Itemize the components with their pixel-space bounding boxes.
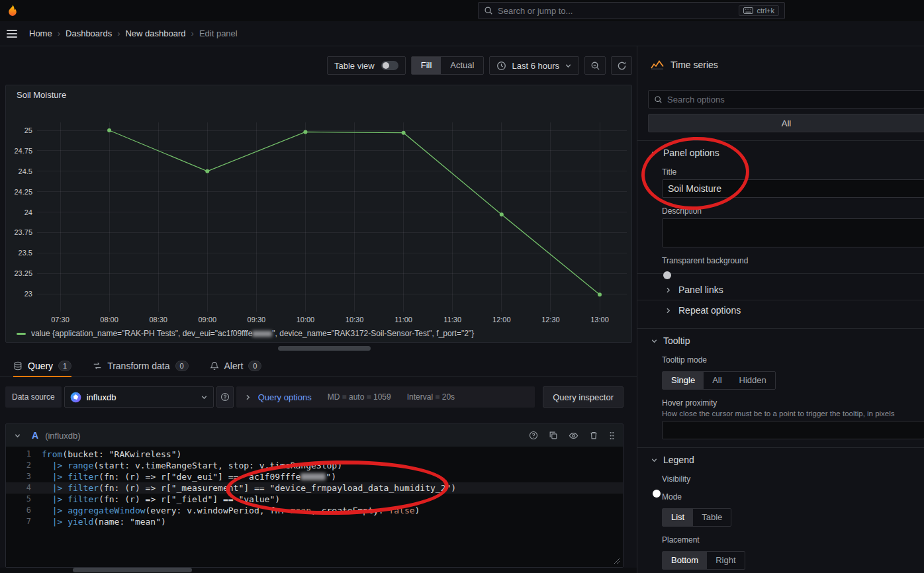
legend-text: value {application_name="RAK-PH Tests", … xyxy=(31,329,474,338)
line-number: 3 xyxy=(6,471,42,482)
delete-query-trash-icon[interactable] xyxy=(589,431,598,440)
legend-mode-list[interactable]: List xyxy=(663,509,693,526)
drag-handle-grip-icon[interactable] xyxy=(609,431,615,441)
tab-query-label: Query xyxy=(28,361,53,371)
breadcrumb-home[interactable]: Home xyxy=(29,28,52,38)
chevron-right-icon xyxy=(665,286,672,294)
query-options-toggle[interactable]: Query options MD = auto = 1059 Interval … xyxy=(236,386,535,408)
legend-placement-label: Placement xyxy=(662,535,924,545)
options-search-input[interactable] xyxy=(667,95,919,105)
legend-section-header[interactable]: Legend xyxy=(648,454,924,466)
top-bar: ctrl+k xyxy=(0,0,924,21)
code-line[interactable]: 1from(bucket: "RAKwireless") xyxy=(6,449,623,460)
chart-panel: Soil Moisture 2524.7524.524.252423.7523.… xyxy=(5,85,632,343)
options-filter-all-button[interactable]: All xyxy=(648,114,924,132)
options-search-box[interactable] xyxy=(648,90,924,109)
repeat-options-label: Repeat options xyxy=(678,305,741,316)
breadcrumb-edit-panel: Edit panel xyxy=(199,28,238,38)
shortcut-text: ctrl+k xyxy=(757,7,774,15)
breadcrumb-new-dashboard[interactable]: New dashboard xyxy=(125,28,185,38)
visualization-picker[interactable]: Time series xyxy=(648,56,924,74)
query-inspector-button[interactable]: Query inspector xyxy=(543,386,624,408)
code-line[interactable]: 7 |> yield(name: "mean") xyxy=(6,516,623,527)
tab-transform-count: 0 xyxy=(175,361,189,371)
breadcrumb-dashboards[interactable]: Dashboards xyxy=(66,28,112,38)
panel-toolbar: Table view Fill Actual Last 6 hours xyxy=(0,56,637,75)
datasource-label: Data source xyxy=(5,386,62,408)
query-editor: A (influxdb) 1from( xyxy=(5,423,624,568)
tab-alert-label: Alert xyxy=(224,361,244,371)
legend-placement-bottom[interactable]: Bottom xyxy=(663,552,707,569)
code-text: |> filter(fn: (r) => r["_field"] == "val… xyxy=(42,494,280,505)
query-help-icon[interactable] xyxy=(529,431,538,440)
flux-code-editor[interactable]: 1from(bucket: "RAKwireless")2 |> range(s… xyxy=(6,447,623,567)
resize-handle[interactable] xyxy=(614,558,620,564)
code-line[interactable]: 4 |> filter(fn: (r) => r["_measurement"]… xyxy=(6,482,623,494)
panel-links-section-header[interactable]: Panel links xyxy=(665,280,924,300)
redacted-text xyxy=(252,331,272,337)
toggle-visibility-eye-icon[interactable] xyxy=(569,431,578,441)
code-line[interactable]: 5 |> filter(fn: (r) => r["_field"] == "v… xyxy=(6,494,623,505)
tooltip-mode-all[interactable]: All xyxy=(704,372,730,389)
svg-text:08:00: 08:00 xyxy=(100,316,118,324)
legend-mode-table[interactable]: Table xyxy=(693,509,731,526)
tooltip-mode-hidden[interactable]: Hidden xyxy=(731,372,775,389)
query-options-label: Query options xyxy=(258,392,312,402)
panel-description-textarea[interactable] xyxy=(662,218,924,247)
transparent-background-label: Transparent background xyxy=(662,256,924,265)
svg-text:24.5: 24.5 xyxy=(19,167,32,175)
code-line[interactable]: 2 |> range(start: v.timeRangeStart, stop… xyxy=(6,460,623,471)
table-view-label: Table view xyxy=(334,61,375,71)
chart-legend[interactable]: value {application_name="RAK-PH Tests", … xyxy=(17,329,474,338)
time-range-picker[interactable]: Last 6 hours xyxy=(489,56,579,75)
fill-actual-group: Fill Actual xyxy=(411,56,485,75)
panel-title-input[interactable] xyxy=(662,179,924,198)
code-text: |> filter(fn: (r) => r["dev_eui"] == "ac… xyxy=(42,471,336,482)
repeat-options-section-header[interactable]: Repeat options xyxy=(665,300,924,320)
hover-proximity-input[interactable] xyxy=(662,421,924,439)
query-toolbar: Data source influxdb Query options MD = … xyxy=(5,386,624,408)
duplicate-query-icon[interactable] xyxy=(549,431,558,440)
global-search-input[interactable] xyxy=(498,6,734,16)
grafana-logo-icon[interactable] xyxy=(5,3,20,18)
svg-text:23.5: 23.5 xyxy=(19,249,32,257)
svg-text:07:30: 07:30 xyxy=(51,316,69,324)
menu-toggle-icon[interactable] xyxy=(5,26,21,42)
datasource-value: influxdb xyxy=(87,392,116,402)
chevron-down-icon xyxy=(565,62,572,69)
time-series-chart[interactable]: 2524.7524.524.252423.7523.523.252307:300… xyxy=(6,85,631,342)
datasource-help-button[interactable] xyxy=(216,386,234,408)
fill-button[interactable]: Fill xyxy=(412,57,441,74)
zoom-out-button[interactable] xyxy=(584,56,606,75)
visualization-type-label: Time series xyxy=(670,60,718,70)
bottom-scrollbar-thumb[interactable] xyxy=(73,568,192,572)
code-line[interactable]: 3 |> filter(fn: (r) => r["dev_eui"] == "… xyxy=(6,471,623,482)
tooltip-mode-single[interactable]: Single xyxy=(663,372,704,389)
tab-query-count: 1 xyxy=(58,361,71,371)
collapse-chevron-icon[interactable] xyxy=(14,432,21,439)
refresh-button[interactable] xyxy=(611,56,632,75)
breadcrumb-bar: Home › Dashboards › New dashboard › Edit… xyxy=(0,21,924,46)
svg-text:23: 23 xyxy=(24,290,32,298)
global-search-box[interactable]: ctrl+k xyxy=(478,2,785,19)
tab-transform-data[interactable]: Transform data 0 xyxy=(93,355,188,376)
question-circle-icon xyxy=(220,392,230,402)
breadcrumb-separator: › xyxy=(117,28,120,38)
legend-placement-right[interactable]: Right xyxy=(707,552,744,569)
tab-query[interactable]: Query 1 xyxy=(13,355,71,376)
datasource-picker[interactable]: influxdb xyxy=(64,386,214,408)
svg-text:09:30: 09:30 xyxy=(248,316,266,324)
table-view-toggle[interactable] xyxy=(381,61,398,70)
legend-section-label: Legend xyxy=(663,455,694,465)
query-ref-id[interactable]: A xyxy=(32,430,38,441)
horizontal-scrollbar[interactable] xyxy=(278,346,371,351)
svg-text:08:30: 08:30 xyxy=(149,316,167,324)
tab-alert[interactable]: Alert 0 xyxy=(210,355,262,376)
tab-alert-count: 0 xyxy=(248,361,261,371)
code-line[interactable]: 6 |> aggregateWindow(every: v.windowPeri… xyxy=(6,505,623,516)
tooltip-section-header[interactable]: Tooltip xyxy=(648,335,924,347)
panel-options-section-header[interactable]: Panel options xyxy=(648,147,924,159)
legend-visibility-label: Visibility xyxy=(662,474,924,484)
max-data-points-text: MD = auto = 1059 xyxy=(328,392,391,402)
actual-button[interactable]: Actual xyxy=(441,57,483,74)
